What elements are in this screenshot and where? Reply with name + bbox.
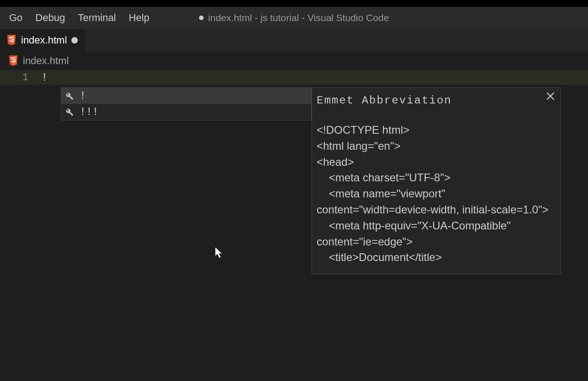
documentation-body: <!DOCTYPE html> <html lang="en"> <head> … [317, 122, 556, 266]
wrench-icon [65, 108, 74, 117]
mouse-cursor-icon [214, 246, 224, 259]
wrench-icon [65, 92, 74, 101]
close-icon[interactable] [546, 92, 555, 101]
editor-line[interactable]: 1 ! [0, 70, 588, 85]
tabbar: index.html [0, 29, 588, 52]
menu-terminal[interactable]: Terminal [71, 9, 122, 27]
documentation-popup: Emmet Abbreviation <!DOCTYPE html> <html… [312, 87, 561, 274]
editor[interactable]: 1 ! [0, 70, 588, 85]
suggestion-item[interactable]: !!! [61, 104, 311, 120]
menubar: Go Debug Terminal Help [0, 7, 588, 29]
html5-icon [6, 35, 16, 46]
tab-title: index.html [21, 34, 67, 46]
suggestion-label: !!! [80, 106, 98, 118]
menu-help[interactable]: Help [122, 9, 156, 27]
menu-debug[interactable]: Debug [29, 9, 71, 27]
breadcrumb[interactable]: index.html [0, 52, 588, 70]
tab-index-html[interactable]: index.html [0, 29, 86, 52]
html5-icon [8, 55, 18, 66]
documentation-title: Emmet Abbreviation [317, 94, 556, 107]
suggestion-list[interactable]: ! !!! [61, 87, 312, 120]
line-number: 1 [0, 72, 41, 83]
code-content[interactable]: ! [41, 71, 48, 84]
menu-go[interactable]: Go [3, 9, 29, 27]
suggestion-item[interactable]: ! [61, 88, 311, 104]
suggestion-label: ! [80, 90, 86, 102]
tab-modified-dot-icon [71, 37, 78, 44]
breadcrumb-text: index.html [23, 55, 69, 67]
